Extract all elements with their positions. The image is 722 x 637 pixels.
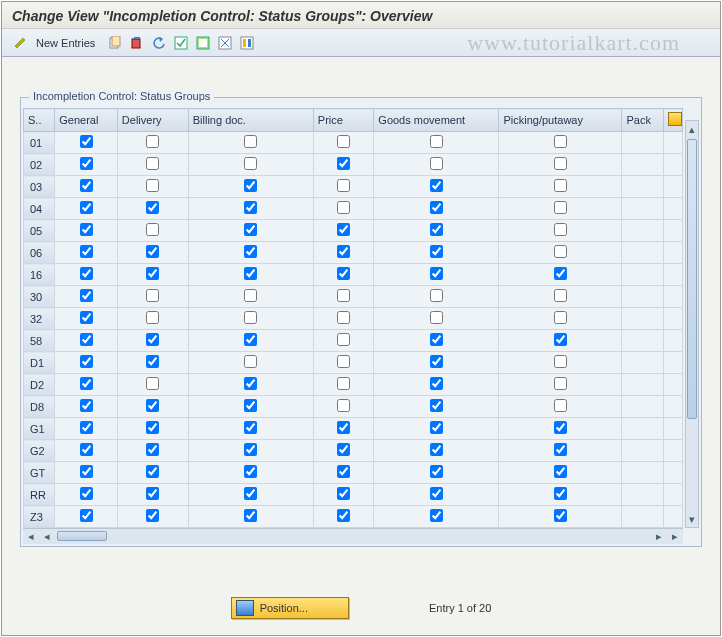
goods-checkbox[interactable] [430,201,443,214]
picking-checkbox[interactable] [554,223,567,236]
goods-checkbox[interactable] [430,157,443,170]
general-checkbox[interactable] [80,355,93,368]
row-code[interactable]: GT [24,462,55,484]
delivery-checkbox[interactable] [146,267,159,280]
general-checkbox[interactable] [80,223,93,236]
price-checkbox[interactable] [337,465,350,478]
col-delivery[interactable]: Delivery [117,109,188,132]
row-code[interactable]: D1 [24,352,55,374]
row-code[interactable]: D2 [24,374,55,396]
table-config-button[interactable] [664,109,683,132]
price-checkbox[interactable] [337,223,350,236]
row-code[interactable]: 01 [24,132,55,154]
billing-checkbox[interactable] [244,509,257,522]
delivery-checkbox[interactable] [146,487,159,500]
delivery-checkbox[interactable] [146,135,159,148]
row-code[interactable]: 03 [24,176,55,198]
select-all-icon[interactable] [171,33,191,53]
row-code[interactable]: 58 [24,330,55,352]
row-code[interactable]: 06 [24,242,55,264]
goods-checkbox[interactable] [430,487,443,500]
general-checkbox[interactable] [80,201,93,214]
picking-checkbox[interactable] [554,487,567,500]
general-checkbox[interactable] [80,333,93,346]
picking-checkbox[interactable] [554,333,567,346]
price-checkbox[interactable] [337,245,350,258]
general-checkbox[interactable] [80,289,93,302]
billing-checkbox[interactable] [244,443,257,456]
delivery-checkbox[interactable] [146,421,159,434]
billing-checkbox[interactable] [244,377,257,390]
delivery-checkbox[interactable] [146,377,159,390]
config-icon[interactable] [237,33,257,53]
price-checkbox[interactable] [337,157,350,170]
general-checkbox[interactable] [80,421,93,434]
row-code[interactable]: Z3 [24,506,55,528]
picking-checkbox[interactable] [554,201,567,214]
billing-checkbox[interactable] [244,487,257,500]
general-checkbox[interactable] [80,157,93,170]
billing-checkbox[interactable] [244,267,257,280]
scroll-left-icon[interactable]: ◂ [23,530,39,543]
price-checkbox[interactable] [337,179,350,192]
general-checkbox[interactable] [80,311,93,324]
picking-checkbox[interactable] [554,443,567,456]
general-checkbox[interactable] [80,465,93,478]
billing-checkbox[interactable] [244,135,257,148]
delivery-checkbox[interactable] [146,157,159,170]
billing-checkbox[interactable] [244,179,257,192]
hscroll-thumb-left[interactable] [57,531,107,541]
row-code[interactable]: 32 [24,308,55,330]
picking-checkbox[interactable] [554,421,567,434]
scroll-right2-icon[interactable]: ▸ [667,530,683,543]
billing-checkbox[interactable] [244,289,257,302]
picking-checkbox[interactable] [554,399,567,412]
general-checkbox[interactable] [80,443,93,456]
billing-checkbox[interactable] [244,245,257,258]
delete-icon[interactable] [127,33,147,53]
col-price[interactable]: Price [313,109,373,132]
price-checkbox[interactable] [337,333,350,346]
delivery-checkbox[interactable] [146,399,159,412]
picking-checkbox[interactable] [554,157,567,170]
delivery-checkbox[interactable] [146,311,159,324]
undo-change-icon[interactable] [149,33,169,53]
delivery-checkbox[interactable] [146,245,159,258]
vertical-scrollbar[interactable]: ▴ ▾ [685,120,699,528]
scroll-up-icon[interactable]: ▴ [687,122,697,136]
goods-checkbox[interactable] [430,311,443,324]
col-general[interactable]: General [55,109,118,132]
picking-checkbox[interactable] [554,267,567,280]
row-code[interactable]: 30 [24,286,55,308]
row-code[interactable]: D8 [24,396,55,418]
price-checkbox[interactable] [337,377,350,390]
scroll-right-icon[interactable]: ▸ [651,530,667,543]
row-code[interactable]: 02 [24,154,55,176]
goods-checkbox[interactable] [430,399,443,412]
picking-checkbox[interactable] [554,465,567,478]
select-block-icon[interactable] [193,33,213,53]
copy-as-icon[interactable] [105,33,125,53]
goods-checkbox[interactable] [430,267,443,280]
picking-checkbox[interactable] [554,245,567,258]
price-checkbox[interactable] [337,399,350,412]
delivery-checkbox[interactable] [146,179,159,192]
general-checkbox[interactable] [80,487,93,500]
delivery-checkbox[interactable] [146,289,159,302]
picking-checkbox[interactable] [554,509,567,522]
new-entries-button[interactable]: New Entries [32,37,103,49]
general-checkbox[interactable] [80,267,93,280]
goods-checkbox[interactable] [430,509,443,522]
goods-checkbox[interactable] [430,377,443,390]
billing-checkbox[interactable] [244,157,257,170]
goods-checkbox[interactable] [430,443,443,456]
delivery-checkbox[interactable] [146,465,159,478]
delivery-checkbox[interactable] [146,223,159,236]
deselect-all-icon[interactable] [215,33,235,53]
goods-checkbox[interactable] [430,355,443,368]
goods-checkbox[interactable] [430,465,443,478]
billing-checkbox[interactable] [244,333,257,346]
billing-checkbox[interactable] [244,223,257,236]
general-checkbox[interactable] [80,179,93,192]
delivery-checkbox[interactable] [146,333,159,346]
